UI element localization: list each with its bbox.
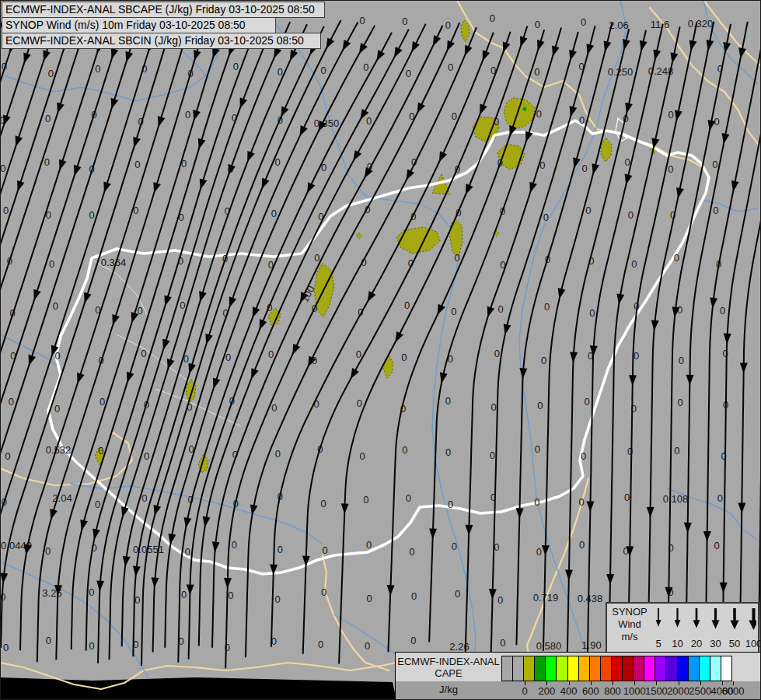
cape-200-spot	[523, 107, 527, 111]
colorbar-cell	[699, 656, 710, 681]
weather-map: 100 000000000000000000000000000000000000…	[0, 0, 761, 700]
rivers	[0, 0, 758, 684]
wind-speed-arrow-icons	[651, 604, 756, 636]
colorbar-tick-label: 1000	[623, 685, 646, 697]
lake-outline	[616, 118, 627, 142]
colorbar-tick-label: 2500	[689, 685, 711, 697]
colorbar-tick-label: 0	[522, 685, 528, 697]
cape-patches	[95, 20, 658, 473]
colorbar-cell	[644, 656, 655, 681]
synop-legend-title: SYNOP Wind m/s	[607, 606, 652, 643]
colorbar-cell	[556, 656, 567, 681]
title-sbcin: ECMWF-INDEX-ANAL SBCIN (J/kg) Friday 03-…	[2, 33, 321, 49]
colorbar-cell	[611, 656, 623, 681]
wind-arrow-head-icon	[749, 621, 756, 631]
colorbar-cell	[721, 656, 732, 681]
colorbar-cell	[688, 656, 700, 681]
synop-wind-legend: SYNOP Wind m/s 510203050100	[606, 602, 759, 654]
wind-speed-label: 50	[729, 638, 740, 649]
colorbar-cell	[677, 656, 689, 681]
colorbar-cell	[655, 656, 666, 681]
colorbar-cell	[545, 656, 557, 681]
colorbar-tick-label: 200	[539, 685, 556, 697]
colorbar-cell	[710, 656, 721, 681]
wind-speed-label: 20	[691, 638, 702, 649]
wind-speed-label: 10	[672, 638, 682, 649]
wind-arrow-head-icon	[656, 620, 662, 627]
colorbar-cell	[578, 656, 590, 681]
colorbar-cell	[501, 656, 513, 681]
county-borders	[93, 261, 241, 426]
river-tisza	[519, 0, 627, 669]
title-synop-wind: SYNOP Wind (m/s) 10m Friday 03-10-2025 0…	[2, 17, 276, 33]
title-sbcape: ECMWF-INDEX-ANAL SBCAPE (J/kg) Friday 03…	[2, 2, 325, 18]
wind-speed-label: 30	[710, 638, 721, 649]
wind-speed-label: 100	[745, 638, 761, 649]
title-sbcape-text: ECMWF-INDEX-ANAL SBCAPE (J/kg) Friday 03…	[5, 3, 315, 16]
colorbar-cell	[633, 656, 644, 681]
colorbar-cell	[567, 656, 579, 681]
colorbar-cell	[523, 656, 535, 681]
colorbar-tick-label: 400	[560, 685, 578, 697]
colorbar-cell	[512, 656, 524, 681]
geography-layer	[0, 0, 761, 700]
hungary-border	[48, 121, 709, 574]
wind-speed-label: 5	[655, 638, 661, 649]
wind-arrow-head-icon	[675, 620, 681, 628]
colorbar-tick-label: 1500	[645, 685, 668, 697]
domain-edge	[0, 677, 396, 700]
title-synop-wind-text: SYNOP Wind (m/s) 10m Friday 03-10-2025 0…	[5, 19, 246, 31]
title-sbcin-text: ECMWF-INDEX-ANAL SBCIN (J/kg) Friday 03-…	[5, 34, 304, 47]
colorbar-cell	[622, 656, 634, 681]
colorbar-cell	[665, 656, 677, 681]
cape-legend-unit: J/kg	[396, 684, 501, 695]
colorbar-cell	[589, 656, 601, 681]
wind-arrow-head-icon	[711, 620, 719, 628]
colorbar-tick-label: 6000	[722, 685, 745, 697]
colorbar-cell	[600, 656, 612, 681]
colorbar-tick-label: 800	[604, 685, 621, 697]
cape-legend-title-line1: ECMWF-INDEX-ANAL	[396, 656, 501, 667]
country-borders	[0, 0, 761, 689]
wind-arrow-head-icon	[693, 620, 700, 628]
wind-arrow-head-icon	[730, 620, 738, 629]
cape-colorbar	[502, 656, 732, 681]
river-danube	[264, 9, 476, 684]
cape-legend-title-line2: CAPE	[396, 667, 501, 679]
cape-color-legend: ECMWF-INDEX-ANAL CAPE J/kg 0200400600800…	[395, 652, 761, 700]
colorbar-cell	[534, 656, 546, 681]
colorbar-tick-label: 2000	[667, 685, 689, 697]
colorbar-tick-label: 600	[582, 685, 599, 697]
